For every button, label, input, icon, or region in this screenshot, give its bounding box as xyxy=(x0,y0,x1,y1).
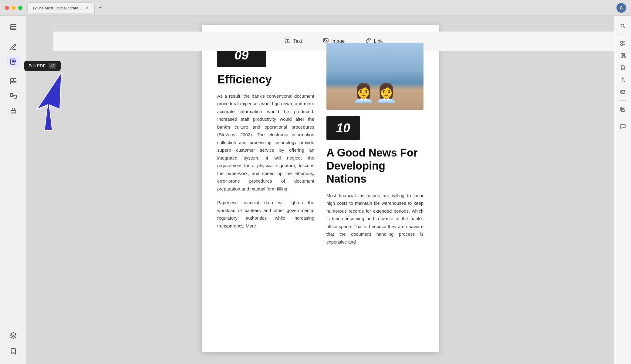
svg-rect-39 xyxy=(623,41,625,43)
svg-rect-36 xyxy=(351,84,356,87)
close-button[interactable] xyxy=(5,6,9,10)
tooltip-label: Edit PDF xyxy=(29,63,46,68)
svg-rect-2 xyxy=(11,29,16,30)
app-body: Edit PDF ⌘2 Text xyxy=(0,16,631,364)
section-09-photo xyxy=(326,43,423,110)
right-column: 10 A Good News For Developing Nations Mo… xyxy=(326,43,423,334)
svg-rect-17 xyxy=(326,85,423,106)
sidebar-item-stamp[interactable] xyxy=(7,104,20,117)
protect-icon[interactable] xyxy=(617,62,628,73)
blue-arrow-indicator xyxy=(28,70,67,135)
sidebar-item-annotate[interactable] xyxy=(7,40,20,54)
svg-rect-43 xyxy=(621,66,624,70)
search-icon[interactable] xyxy=(617,21,628,32)
active-tab[interactable]: 12The Most Crucial Strate… ✕ xyxy=(27,2,95,13)
sidebar-item-edit-pdf[interactable] xyxy=(7,55,20,68)
toolbar-text-button[interactable]: Text xyxy=(280,35,306,47)
svg-rect-5 xyxy=(14,79,16,82)
extract-icon[interactable] xyxy=(617,50,628,61)
svg-point-31 xyxy=(380,66,391,76)
section-10-number: 10 xyxy=(326,116,360,140)
svg-rect-34 xyxy=(368,85,382,86)
pdf-page: 09 Efficiency As a result, the bank's co… xyxy=(202,25,439,352)
left-column: 09 Efficiency As a result, the bank's co… xyxy=(217,43,314,334)
svg-point-30 xyxy=(359,63,371,72)
svg-rect-13 xyxy=(323,39,328,42)
minimize-button[interactable] xyxy=(12,6,16,10)
svg-point-35 xyxy=(400,84,404,88)
sidebar-item-pages[interactable] xyxy=(7,21,20,34)
svg-rect-29 xyxy=(359,77,371,93)
section-09-title: Efficiency xyxy=(217,73,314,86)
svg-rect-27 xyxy=(386,85,394,86)
svg-rect-15 xyxy=(326,47,423,106)
tab-bar: 12The Most Crucial Strate… ✕ + xyxy=(27,0,104,15)
svg-rect-16 xyxy=(326,47,423,79)
save-icon[interactable] xyxy=(617,104,628,115)
new-tab-button[interactable]: + xyxy=(96,4,104,12)
svg-rect-24 xyxy=(380,66,401,80)
right-sidebar xyxy=(614,16,631,364)
sidebar-divider-2 xyxy=(9,72,18,72)
text-icon xyxy=(285,37,291,45)
svg-point-37 xyxy=(621,24,624,27)
svg-rect-22 xyxy=(356,82,359,87)
svg-rect-32 xyxy=(380,75,391,90)
user-avatar[interactable]: C xyxy=(616,3,626,13)
section-10-title: A Good News For Developing Nations xyxy=(326,146,423,186)
section-09-body1: As a result, the bank's conventional doc… xyxy=(217,92,314,193)
svg-rect-38 xyxy=(621,41,623,43)
right-divider-3 xyxy=(619,118,626,118)
sidebar-item-layers[interactable] xyxy=(7,329,20,342)
sidebar-divider-1 xyxy=(9,38,18,38)
svg-point-28 xyxy=(359,66,371,78)
sidebar-item-organize[interactable] xyxy=(7,75,20,88)
section-09-body2: Paperless financial data will lighten th… xyxy=(217,199,314,230)
sidebar-item-bookmarks[interactable] xyxy=(7,345,20,358)
svg-rect-26 xyxy=(388,80,392,86)
tab-title: 12The Most Crucial Strate… xyxy=(32,6,82,10)
svg-rect-4 xyxy=(11,79,13,82)
section-10-body1: Most financial institutions are willing … xyxy=(326,192,423,246)
right-divider-2 xyxy=(619,100,626,101)
maximize-button[interactable] xyxy=(18,6,22,10)
left-sidebar xyxy=(0,16,27,364)
svg-rect-8 xyxy=(14,95,16,98)
svg-rect-6 xyxy=(11,82,16,84)
svg-rect-9 xyxy=(11,110,16,113)
ocr-icon[interactable] xyxy=(617,38,628,49)
text-label: Text xyxy=(293,39,302,44)
content-area: 09 Efficiency As a result, the bank's co… xyxy=(27,16,614,364)
traffic-lights xyxy=(5,6,22,10)
email-icon[interactable] xyxy=(617,86,628,97)
svg-rect-46 xyxy=(621,110,624,111)
svg-rect-20 xyxy=(348,68,367,82)
tooltip-shortcut: ⌘2 xyxy=(49,63,56,69)
svg-rect-40 xyxy=(621,44,623,46)
tab-close-button[interactable]: ✕ xyxy=(85,5,89,10)
svg-rect-23 xyxy=(353,87,362,88)
svg-rect-25 xyxy=(382,67,399,79)
svg-point-33 xyxy=(380,63,391,71)
svg-rect-44 xyxy=(621,90,625,93)
right-divider-1 xyxy=(619,35,626,35)
share-icon[interactable] xyxy=(617,74,628,85)
sidebar-item-convert[interactable] xyxy=(7,89,20,103)
svg-rect-1 xyxy=(11,27,16,29)
svg-rect-19 xyxy=(340,87,410,96)
tooltip-edit-pdf: Edit PDF ⌘2 xyxy=(24,61,61,71)
svg-point-18 xyxy=(340,85,410,96)
svg-marker-11 xyxy=(10,332,16,335)
chat-icon[interactable] xyxy=(617,121,628,132)
svg-rect-21 xyxy=(349,70,366,81)
titlebar: 12The Most Crucial Strate… ✕ + C xyxy=(0,0,631,16)
svg-rect-0 xyxy=(11,25,16,26)
svg-rect-7 xyxy=(10,93,13,96)
sidebar-bottom xyxy=(7,329,20,359)
